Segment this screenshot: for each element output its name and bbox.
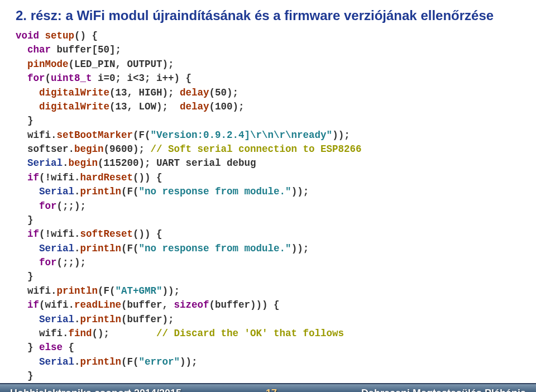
fn-hardreset: hardReset xyxy=(80,172,133,183)
t: softser. xyxy=(16,144,74,155)
t: wifi. xyxy=(16,130,57,141)
t xyxy=(16,157,27,169)
fn-softreset: softReset xyxy=(80,228,133,240)
kw-uint8: uint8_t xyxy=(51,73,92,84)
t: )); xyxy=(180,356,198,367)
cls-serial1: Serial xyxy=(27,157,63,169)
t: (!wifi. xyxy=(39,172,80,183)
t: (100); xyxy=(209,101,245,112)
t: (wifi. xyxy=(39,299,74,310)
t: ()) { xyxy=(133,228,162,240)
fn-pinmode: pinMode xyxy=(27,59,69,70)
kw-if3: if xyxy=(27,299,39,310)
cls-serial4: Serial xyxy=(39,314,74,325)
str-ver: "Version:0.9.2.4]\r\n\r\nready" xyxy=(151,130,333,141)
t: } xyxy=(16,271,34,282)
t: } xyxy=(16,342,39,353)
fn-println3: println xyxy=(57,285,98,297)
kw-if1: if xyxy=(27,172,39,183)
fn-begin2: begin xyxy=(69,157,98,169)
t: { xyxy=(63,342,74,353)
t: ()) { xyxy=(133,172,162,183)
t: () { xyxy=(74,30,98,41)
str-nr1: "no response from module." xyxy=(139,186,291,197)
kw-if2: if xyxy=(27,228,39,240)
t: (13, LOW); xyxy=(109,101,180,112)
t: . xyxy=(74,243,80,254)
fn-dw2: digitalWrite xyxy=(39,101,109,112)
t: (F( xyxy=(133,130,151,141)
kw-for3: for xyxy=(39,257,57,268)
t: )); xyxy=(291,243,309,254)
t: (); xyxy=(92,328,157,339)
t: (9600); xyxy=(104,144,151,155)
t: } xyxy=(16,115,34,126)
t: ( xyxy=(45,73,51,84)
slide-footer: Hobbielektronika csoport 2014/2015 17 De… xyxy=(0,383,536,392)
kw-for: for xyxy=(27,73,45,84)
str-nr2: "no response from module." xyxy=(139,243,291,254)
t: (F( xyxy=(121,186,139,197)
footer-page-number: 17 xyxy=(266,388,277,392)
fn-println4: println xyxy=(80,314,122,325)
code-block: void setup() { char buffer[50]; pinMode(… xyxy=(16,29,520,383)
t: wifi. xyxy=(16,328,69,339)
t: (buffer))) { xyxy=(209,299,280,310)
fn-sbm: setBootMarker xyxy=(57,130,133,141)
t: . xyxy=(74,186,80,197)
cls-serial5: Serial xyxy=(39,356,74,367)
t: (F( xyxy=(121,243,139,254)
kw-void: void xyxy=(16,30,39,41)
fn-setup: setup xyxy=(45,30,75,41)
fn-println1: println xyxy=(80,186,122,197)
t: . xyxy=(63,157,69,169)
cmt-soft: // Soft serial connection to ESP8266 xyxy=(151,144,362,155)
t: . xyxy=(74,314,80,325)
t: (F( xyxy=(98,285,116,297)
kw-else: else xyxy=(39,342,63,353)
footer-right: Debreceni Megtestesülés Plébánia xyxy=(361,388,526,392)
t: (115200); UART serial debug xyxy=(98,157,256,169)
cmt-discard: // Discard the 'OK' that follows xyxy=(156,328,344,339)
cls-serial2: Serial xyxy=(39,186,74,197)
fn-readline: readLine xyxy=(74,299,121,310)
t: (;;); xyxy=(57,200,87,212)
t: )); xyxy=(162,285,180,297)
t: )); xyxy=(332,130,350,141)
t: } xyxy=(16,370,34,381)
str-error: "error" xyxy=(139,356,180,367)
slide-title: 2. rész: a WiFi modul újraindításának és… xyxy=(16,8,520,23)
t: (LED_PIN, OUTPUT); xyxy=(69,59,174,70)
fn-delay2: delay xyxy=(180,101,209,112)
t: (!wifi. xyxy=(39,228,80,240)
t: (50); xyxy=(209,87,239,98)
cls-serial3: Serial xyxy=(39,243,74,254)
fn-println5: println xyxy=(80,356,122,367)
t: (buffer, xyxy=(121,299,174,310)
t: (13, HIGH); xyxy=(109,87,180,98)
fn-find: find xyxy=(69,328,92,339)
kw-char: char xyxy=(27,44,51,55)
kw-sizeof: sizeof xyxy=(174,299,209,310)
str-atgmr: "AT+GMR" xyxy=(116,285,162,297)
t: (;;); xyxy=(57,257,87,268)
fn-begin1: begin xyxy=(74,144,104,155)
t: (F( xyxy=(121,356,139,367)
t: )); xyxy=(291,186,309,197)
fn-dw1: digitalWrite xyxy=(39,87,109,98)
kw-for2: for xyxy=(39,200,57,212)
t: . xyxy=(74,356,80,367)
t: (buffer); xyxy=(121,314,174,325)
t: buffer[50]; xyxy=(51,44,121,55)
fn-println2: println xyxy=(80,243,122,254)
t: } xyxy=(16,214,34,226)
t: i=0; i<3; i++) { xyxy=(92,73,192,84)
fn-delay1: delay xyxy=(180,87,209,98)
t: wifi. xyxy=(16,285,57,297)
footer-left: Hobbielektronika csoport 2014/2015 xyxy=(10,388,181,392)
